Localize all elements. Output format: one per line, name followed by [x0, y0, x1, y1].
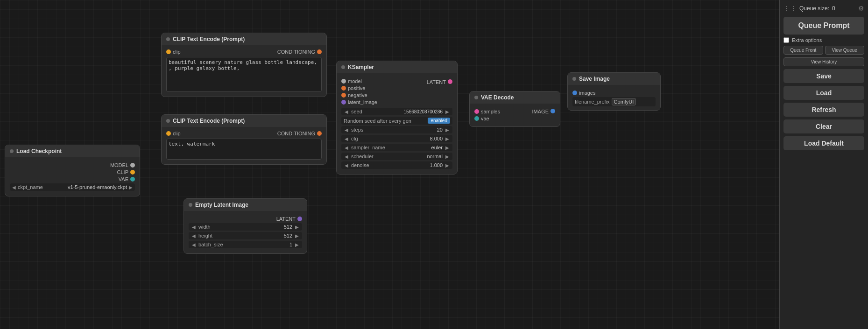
ksampler-positive-label: positive — [348, 85, 377, 91]
clip2-input-label: clip — [173, 131, 181, 136]
model-output-port[interactable] — [130, 163, 135, 168]
queue-prompt-button[interactable]: Queue Prompt — [783, 17, 864, 35]
clip-encode-2-body: clip CONDITIONING — [162, 127, 326, 164]
ksampler-body: model positive negative latent_image LAT… — [337, 73, 457, 174]
vae-samples-port[interactable] — [474, 109, 479, 114]
denoise-row[interactable]: ◀ denoise 1.000 ▶ — [341, 161, 452, 169]
load-checkpoint-title: Load Checkpoint — [16, 148, 62, 154]
empty-latent-node: Empty Latent Image LATENT ◀ width 512 ▶ … — [183, 198, 307, 254]
sampler-arrow-right[interactable]: ▶ — [445, 145, 450, 150]
width-arrow-right[interactable]: ▶ — [294, 224, 300, 230]
cfg-arrow-left[interactable]: ◀ — [344, 136, 349, 141]
ksampler-output-port[interactable] — [448, 79, 452, 84]
ksampler-negative-port[interactable] — [341, 93, 346, 98]
batch-arrow-right[interactable]: ▶ — [294, 242, 300, 247]
model-output-label: MODEL — [10, 162, 128, 168]
extra-options-row: Extra options — [783, 37, 864, 43]
width-label: width — [198, 224, 272, 230]
latent-output-port[interactable] — [297, 217, 302, 221]
batch-slider-row[interactable]: ◀ batch_size 1 ▶ — [189, 241, 302, 248]
load-default-button[interactable]: Load Default — [783, 136, 864, 150]
clip-text-encode-1-node: CLIP Text Encode (Prompt) clip CONDITION… — [161, 33, 327, 97]
save-filename-row: filename_prefix ComfyUI — [572, 97, 656, 106]
height-arrow-left[interactable]: ◀ — [191, 233, 197, 238]
ckpt-name-row[interactable]: ◀ ckpt_name v1-5-pruned-emaonly.ckpt ▶ — [10, 183, 135, 191]
queue-front-button[interactable]: Queue Front — [783, 46, 823, 55]
random-seed-row[interactable]: Random seed after every gen enabled — [341, 117, 452, 125]
empty-latent-body: LATENT ◀ width 512 ▶ ◀ height 512 ▶ ◀ ba… — [184, 211, 307, 253]
ckpt-arrow-left[interactable]: ◀ — [12, 185, 16, 190]
clear-button[interactable]: Clear — [783, 119, 864, 133]
seed-row[interactable]: ◀ seed 156680208700286 ▶ — [341, 108, 452, 115]
clip1-output-port[interactable] — [317, 49, 322, 54]
clip2-input-port[interactable] — [166, 131, 171, 136]
vae-decode-body: samples vae IMAGE — [470, 104, 560, 126]
scheduler-value: normal — [424, 154, 443, 159]
clip-encode-2-dot — [166, 119, 170, 123]
load-checkpoint-dot — [10, 149, 14, 153]
vae-decode-header: VAE Decode — [470, 91, 560, 104]
vae-vae-port[interactable] — [474, 116, 479, 121]
ksampler-negative-label: negative — [348, 92, 377, 98]
save-image-title: Save Image — [579, 76, 610, 82]
height-slider-row[interactable]: ◀ height 512 ▶ — [189, 232, 302, 239]
batch-arrow-left[interactable]: ◀ — [191, 242, 197, 247]
clip2-output-port[interactable] — [317, 131, 322, 136]
view-queue-button[interactable]: View Queue — [825, 46, 865, 55]
queue-view-row: Queue Front View Queue — [783, 46, 864, 55]
steps-row[interactable]: ◀ steps 20 ▶ — [341, 126, 452, 133]
clip2-text-input[interactable] — [166, 139, 322, 160]
batch-value: 1 — [274, 242, 292, 247]
empty-latent-dot — [189, 203, 192, 207]
steps-label: steps — [351, 127, 422, 133]
sampler-name-row[interactable]: ◀ sampler_name euler ▶ — [341, 144, 452, 151]
cfg-row[interactable]: ◀ cfg 8.000 ▶ — [341, 135, 452, 142]
seed-value: 156680208700286 — [401, 109, 443, 114]
save-image-header: Save Image — [568, 73, 660, 85]
cfg-arrow-right[interactable]: ▶ — [445, 136, 450, 141]
steps-arrow-right[interactable]: ▶ — [445, 127, 450, 133]
ckpt-arrow-right[interactable]: ▶ — [129, 185, 133, 190]
clip1-text-input[interactable] — [166, 57, 322, 92]
right-sidebar: ⋮⋮ Queue size: 0 ⚙ Queue Prompt Extra op… — [779, 0, 868, 329]
load-button[interactable]: Load — [783, 86, 864, 100]
clip-encode-1-header: CLIP Text Encode (Prompt) — [162, 33, 326, 45]
vae-output-port[interactable] — [550, 109, 555, 113]
refresh-button[interactable]: Refresh — [783, 103, 864, 117]
scheduler-arrow-left[interactable]: ◀ — [344, 154, 349, 159]
extra-options-checkbox[interactable] — [783, 37, 789, 43]
ksampler-latent-port[interactable] — [341, 100, 346, 105]
height-value: 512 — [274, 233, 292, 238]
random-seed-toggle[interactable]: enabled — [428, 118, 450, 124]
scheduler-arrow-right[interactable]: ▶ — [445, 154, 450, 159]
scheduler-row[interactable]: ◀ scheduler normal ▶ — [341, 153, 452, 160]
save-images-port[interactable] — [572, 91, 577, 95]
gear-icon[interactable]: ⚙ — [858, 5, 864, 12]
seed-arrow-left[interactable]: ◀ — [344, 109, 349, 114]
denoise-arrow-right[interactable]: ▶ — [445, 163, 450, 168]
extra-options-label: Extra options — [792, 37, 822, 43]
filename-prefix-value[interactable]: ComfyUI — [612, 98, 636, 105]
empty-latent-header: Empty Latent Image — [184, 199, 307, 211]
clip-output-port[interactable] — [130, 170, 135, 175]
view-history-button[interactable]: View History — [783, 57, 864, 66]
vae-output-label: IMAGE — [532, 109, 549, 114]
width-arrow-left[interactable]: ◀ — [191, 224, 197, 230]
ksampler-model-port[interactable] — [341, 79, 346, 84]
denoise-arrow-left[interactable]: ◀ — [344, 163, 349, 168]
width-slider-row[interactable]: ◀ width 512 ▶ — [189, 223, 302, 231]
clip1-input-port[interactable] — [166, 49, 171, 54]
denoise-value: 1.000 — [424, 162, 443, 168]
vae-output-port[interactable] — [130, 177, 135, 182]
save-image-body: images filename_prefix ComfyUI — [568, 85, 660, 110]
ksampler-latent-label: latent_image — [348, 99, 377, 105]
height-arrow-right[interactable]: ▶ — [294, 233, 300, 238]
clip-encode-1-title: CLIP Text Encode (Prompt) — [173, 36, 245, 42]
steps-arrow-left[interactable]: ◀ — [344, 127, 349, 133]
ckpt-label: ckpt_name — [18, 184, 66, 190]
ksampler-positive-port[interactable] — [341, 86, 346, 91]
seed-arrow-right[interactable]: ▶ — [445, 109, 450, 114]
sampler-arrow-left[interactable]: ◀ — [344, 145, 349, 150]
save-images-row: images — [572, 90, 656, 96]
save-button[interactable]: Save — [783, 69, 864, 83]
